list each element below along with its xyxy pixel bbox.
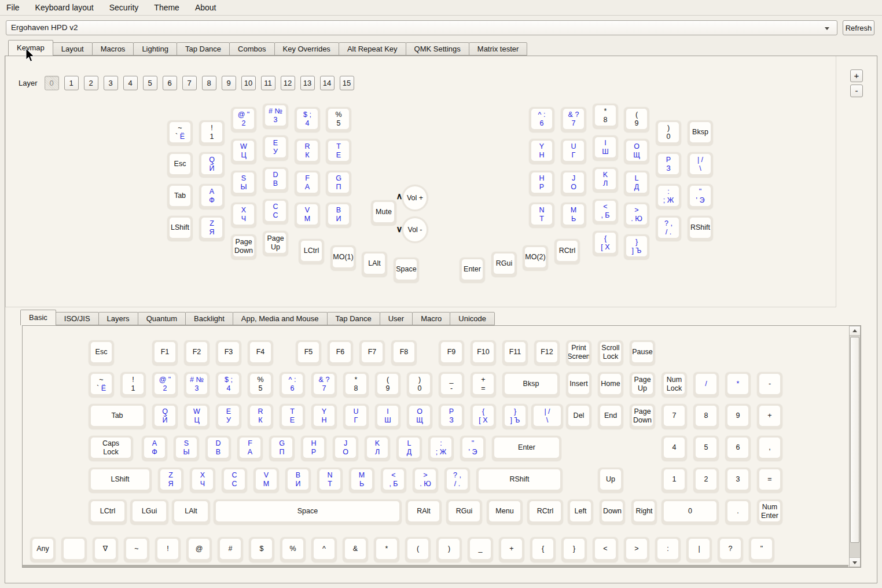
keymap-key[interactable]: VМ [295, 203, 320, 228]
key[interactable]: { [530, 537, 556, 563]
key[interactable]: F6 [328, 340, 353, 366]
key[interactable]: 1 [662, 468, 687, 493]
key[interactable]: ZЯ [158, 468, 183, 493]
key[interactable]: (9 [375, 372, 400, 398]
scrollbar-thumb[interactable] [850, 337, 859, 543]
key[interactable]: _- [439, 372, 464, 398]
key[interactable]: NТ [317, 468, 343, 493]
key[interactable]: ! [155, 537, 181, 563]
key[interactable]: }] Ъ [502, 404, 528, 429]
key[interactable]: NumEnter [757, 499, 782, 525]
key[interactable]: LAlt [172, 499, 210, 525]
layer-button-7[interactable]: 7 [182, 76, 197, 90]
key[interactable]: ( [405, 537, 431, 563]
tab-layers[interactable]: Layers [98, 312, 138, 325]
key[interactable]: NumLock [662, 372, 687, 398]
key[interactable]: 0 [662, 499, 719, 525]
key[interactable]: _ [468, 537, 493, 563]
tab-macros[interactable]: Macros [92, 42, 134, 56]
keymap-key[interactable]: YН [529, 139, 554, 164]
tab-qmk-settings[interactable]: QMK Settings [406, 42, 469, 56]
key[interactable]: Esc [89, 340, 114, 366]
keymap-key[interactable]: <, Б [593, 199, 618, 225]
keymap-key[interactable]: >. Ю [624, 203, 649, 228]
key[interactable]: Down [600, 499, 625, 525]
keymap-key[interactable]: LShift [167, 216, 193, 241]
key[interactable]: Insert [566, 372, 591, 398]
key[interactable]: Home [598, 372, 623, 398]
key[interactable]: AФ [142, 436, 167, 461]
keymap-key[interactable]: AФ [199, 184, 225, 210]
keymap-key[interactable]: !1 [199, 120, 225, 146]
layer-button-10[interactable]: 10 [241, 76, 256, 90]
key[interactable]: } [561, 537, 587, 563]
tab-macro[interactable]: Macro [412, 312, 450, 325]
keymap-key[interactable]: TЕ [326, 139, 351, 164]
key[interactable]: Up [598, 468, 623, 493]
key[interactable] [61, 537, 87, 563]
key[interactable]: ~ [124, 537, 149, 563]
keymap-key[interactable]: EУ [263, 135, 288, 161]
key[interactable]: DВ [205, 436, 231, 461]
layer-button-0[interactable]: 0 [45, 76, 59, 90]
key[interactable]: {[ Х [471, 404, 496, 429]
layer-button-6[interactable]: 6 [163, 76, 177, 90]
keymap-key[interactable]: MO(1) [330, 245, 356, 271]
scroll-down-button[interactable] [850, 557, 860, 567]
key[interactable]: VМ [253, 468, 279, 493]
key[interactable]: WЦ [184, 404, 210, 429]
key[interactable]: QЙ [152, 404, 178, 429]
key[interactable]: XЧ [190, 468, 215, 493]
key[interactable]: 2 [693, 468, 719, 493]
key[interactable]: LCtrl [89, 499, 127, 525]
keymap-key[interactable]: LAlt [362, 252, 387, 277]
key[interactable]: . [725, 499, 751, 525]
keymap-key[interactable]: UГ [561, 139, 586, 164]
key[interactable]: ) [436, 537, 462, 563]
keymap-key[interactable]: Tab [167, 184, 193, 210]
keymap-key[interactable]: "' Э [688, 184, 713, 210]
key[interactable]: + [757, 404, 782, 429]
key[interactable]: CС [222, 468, 247, 493]
key[interactable]: PЗ [439, 404, 464, 429]
key[interactable]: # №3 [184, 372, 210, 398]
encoder-key[interactable]: Vol + [402, 185, 428, 211]
zoom-in-button[interactable]: + [850, 69, 863, 82]
layer-button-3[interactable]: 3 [104, 76, 118, 90]
keymap-key[interactable]: @ "2 [231, 107, 256, 133]
key[interactable]: *8 [343, 372, 369, 398]
key[interactable]: F12 [534, 340, 560, 366]
keymap-key[interactable]: {[ Х [593, 231, 618, 256]
key[interactable]: Bksp [502, 372, 560, 398]
key[interactable]: ^ [311, 537, 337, 563]
key[interactable]: F5 [296, 340, 321, 366]
keymap-key[interactable]: :; Ж [656, 184, 681, 210]
key[interactable]: " [749, 537, 774, 563]
key[interactable]: ^ :6 [280, 372, 305, 398]
layer-button-11[interactable]: 11 [261, 76, 275, 90]
key[interactable]: + [499, 537, 524, 563]
key[interactable]: @ "2 [152, 372, 178, 398]
tab-app-media-and-mouse[interactable]: App, Media and Mouse [233, 312, 328, 325]
keymap-key[interactable]: PageDown [231, 234, 256, 260]
key[interactable]: Del [566, 404, 591, 429]
key[interactable]: RAlt [406, 499, 442, 525]
menu-file[interactable]: File [6, 3, 20, 12]
tab-basic[interactable]: Basic [20, 310, 56, 325]
key[interactable]: Left [568, 499, 593, 525]
layer-button-14[interactable]: 14 [320, 76, 335, 90]
layer-button-15[interactable]: 15 [340, 76, 354, 90]
key[interactable]: ~` Ё [89, 372, 114, 398]
key[interactable]: Space [214, 499, 402, 525]
key[interactable]: ? ,/ . [444, 468, 470, 493]
zoom-out-button[interactable]: - [850, 84, 863, 97]
keymap-key[interactable]: PЗ [656, 152, 681, 178]
keymap-key[interactable]: Bksp [688, 120, 713, 146]
tab-user[interactable]: User [380, 312, 413, 325]
key[interactable]: F2 [184, 340, 210, 366]
keymap-key[interactable]: }] Ъ [624, 234, 649, 260]
key[interactable]: Menu [487, 499, 523, 525]
key[interactable]: "' Э [460, 436, 486, 461]
key[interactable]: )0 [407, 372, 432, 398]
tab-matrix-tester[interactable]: Matrix tester [469, 42, 528, 56]
